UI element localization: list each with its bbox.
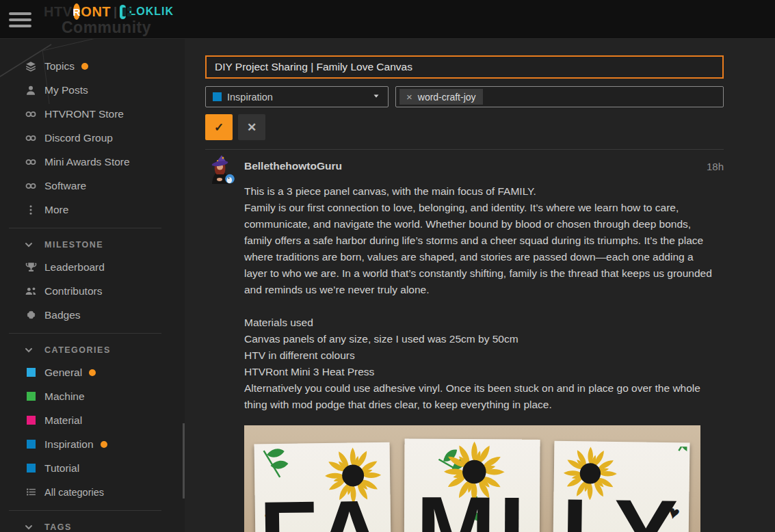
remove-tag-icon[interactable]: × bbox=[406, 91, 412, 103]
canvas-panel-left: ♥ FA bbox=[254, 442, 391, 532]
chevron-down-icon[interactable] bbox=[23, 344, 36, 356]
panel-letters: MI bbox=[404, 482, 540, 532]
sidebar-item-label: Mini Awards Store bbox=[44, 156, 130, 168]
sidebar-item-discord-group[interactable]: Discord Group bbox=[0, 126, 185, 150]
sidebar-item-htvront-store[interactable]: HTVRONT Store bbox=[0, 102, 185, 126]
category-color-swatch bbox=[27, 440, 36, 449]
sidebar-item-my-posts[interactable]: My Posts bbox=[0, 78, 185, 102]
confirm-edit-button[interactable]: ✓ bbox=[205, 114, 233, 140]
canvas-panel-middle: MI bbox=[404, 438, 540, 532]
sidebar-divider bbox=[9, 510, 161, 511]
category-label: Material bbox=[44, 414, 82, 427]
sidebar-item-label: Software bbox=[44, 180, 86, 192]
brand-separator: | bbox=[114, 5, 117, 19]
panel-letters: FA bbox=[254, 486, 391, 532]
link-icon bbox=[23, 131, 38, 146]
trophy-icon bbox=[23, 260, 38, 275]
sidebar-category-machine[interactable]: Machine bbox=[0, 384, 185, 408]
sidebar-section-categories: CATEGORIES bbox=[0, 340, 185, 360]
tag-label: word-craft-joy bbox=[418, 92, 476, 103]
sidebar-item-label: Contributors bbox=[44, 285, 102, 297]
panel-letters: LY bbox=[553, 485, 689, 532]
unread-badge bbox=[101, 441, 107, 448]
close-icon: ✕ bbox=[247, 120, 257, 135]
user-icon bbox=[23, 83, 38, 98]
loklik-icon bbox=[120, 5, 126, 19]
sidebar-item-label: My Posts bbox=[44, 84, 88, 96]
sidebar-item-label: All categories bbox=[44, 487, 104, 498]
ellipsis-icon bbox=[23, 202, 38, 217]
post-paragraph: Materials used Canvas panels of any size… bbox=[244, 315, 716, 413]
sidebar-item-software[interactable]: Software bbox=[0, 174, 185, 198]
unread-badge bbox=[81, 63, 88, 70]
sidebar: Topics My Posts HTVRONT Store Discord bbox=[0, 39, 185, 532]
caret-down-icon bbox=[371, 91, 381, 103]
list-icon bbox=[23, 485, 38, 500]
section-title: CATEGORIES bbox=[44, 345, 111, 355]
category-color-swatch bbox=[27, 392, 36, 401]
sidebar-section-milestone: MILESTONE bbox=[0, 235, 185, 255]
category-label: Inspiration bbox=[44, 438, 94, 451]
layers-icon bbox=[23, 59, 38, 74]
users-icon bbox=[23, 284, 38, 299]
post: BellethehowtoGuru 18h This is a 3 piece … bbox=[205, 149, 724, 532]
sidebar-section-tags: TAGS bbox=[0, 517, 185, 532]
sidebar-divider bbox=[9, 333, 161, 334]
avatar[interactable] bbox=[205, 153, 236, 184]
category-color-swatch bbox=[27, 464, 36, 473]
category-color-swatch bbox=[27, 368, 36, 377]
sidebar-item-label: Discord Group bbox=[44, 132, 113, 144]
post-paragraph: This is a 3 piece panel canvas, with the… bbox=[244, 183, 716, 298]
sidebar-item-topics[interactable]: Topics bbox=[0, 54, 185, 78]
sidebar-item-label: HTVRONT Store bbox=[44, 108, 124, 120]
link-icon bbox=[23, 178, 38, 194]
sidebar-item-contributors[interactable]: Contributors bbox=[0, 279, 185, 303]
check-icon: ✓ bbox=[214, 120, 224, 135]
sidebar-item-label: More bbox=[44, 204, 68, 216]
badge-icon bbox=[23, 308, 38, 323]
category-label: Machine bbox=[44, 390, 85, 403]
tag-chip: × word-craft-joy bbox=[399, 89, 483, 105]
category-color-swatch bbox=[213, 92, 222, 101]
link-icon bbox=[23, 107, 38, 122]
sidebar-item-label: Badges bbox=[44, 309, 81, 321]
sidebar-item-badges[interactable]: Badges bbox=[0, 303, 185, 327]
brand-community-text: Community bbox=[62, 18, 174, 37]
sidebar-category-material[interactable]: Material bbox=[0, 408, 185, 432]
canvas-panel-right: ♥ LY bbox=[552, 441, 689, 532]
category-dropdown[interactable]: Inspiration bbox=[205, 86, 389, 107]
main-content: Inspiration × word-craft-joy ✓ ✕ bbox=[185, 39, 775, 532]
section-title: MILESTONE bbox=[44, 240, 103, 250]
sidebar-item-all-categories[interactable]: All categories bbox=[0, 480, 185, 504]
brand-htv-text: HTV bbox=[44, 4, 73, 20]
brand-loklik-text: LOKLIK bbox=[129, 5, 174, 18]
hamburger-menu-icon[interactable] bbox=[9, 9, 39, 31]
sidebar-category-tutorial[interactable]: Tutorial bbox=[0, 456, 185, 480]
selected-category-label: Inspiration bbox=[227, 92, 371, 103]
sidebar-item-label: Topics bbox=[44, 60, 75, 72]
section-title: TAGS bbox=[44, 522, 72, 532]
topic-title-input[interactable] bbox=[205, 55, 724, 79]
htvront-r-icon: R bbox=[73, 3, 81, 20]
cancel-edit-button[interactable]: ✕ bbox=[238, 114, 265, 140]
tags-input[interactable]: × word-craft-joy bbox=[395, 86, 724, 107]
sidebar-divider bbox=[9, 228, 161, 228]
sidebar-item-mini-awards-store[interactable]: Mini Awards Store bbox=[0, 150, 185, 174]
chevron-down-icon[interactable] bbox=[23, 239, 36, 251]
brand-ont-text: ONT bbox=[81, 4, 111, 20]
post-image-family-canvas[interactable]: ♥ FA MI ♥ LY bbox=[244, 425, 700, 532]
chevron-down-icon[interactable] bbox=[23, 521, 36, 532]
site-logo[interactable]: HTV R ONT | LOKLIK Community bbox=[44, 3, 174, 37]
sidebar-item-leaderboard[interactable]: Leaderboard bbox=[0, 255, 185, 279]
sidebar-item-more[interactable]: More bbox=[0, 198, 185, 222]
category-label: General bbox=[44, 367, 82, 379]
sidebar-category-general[interactable]: General bbox=[0, 360, 185, 384]
post-timestamp: 18h bbox=[707, 161, 724, 172]
post-author[interactable]: BellethehowtoGuru bbox=[244, 160, 342, 172]
unread-badge bbox=[89, 369, 96, 376]
category-color-swatch bbox=[27, 416, 36, 425]
category-label: Tutorial bbox=[44, 462, 79, 475]
top-header: HTV R ONT | LOKLIK Community bbox=[0, 0, 775, 39]
sidebar-category-inspiration[interactable]: Inspiration bbox=[0, 432, 185, 456]
post-body: This is a 3 piece panel canvas, with the… bbox=[244, 183, 716, 413]
